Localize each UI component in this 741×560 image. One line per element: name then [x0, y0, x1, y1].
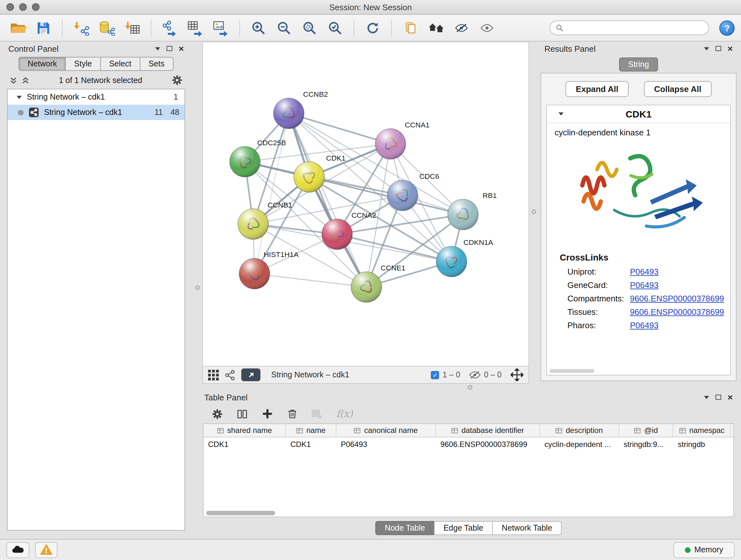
table-cell-3[interactable]: 9606.ENSP00000378699 — [436, 440, 540, 449]
show-columns-icon[interactable] — [237, 408, 248, 419]
gear-icon[interactable] — [172, 75, 183, 85]
panel-close-icon[interactable]: × — [728, 44, 733, 53]
panel-float-icon[interactable] — [166, 46, 172, 51]
table-row[interactable]: CDK1CDK1P064939606.ENSP00000378699cyclin… — [204, 437, 733, 451]
column-header-1[interactable]: name — [286, 424, 336, 437]
network-node-CDKN1A[interactable] — [436, 246, 467, 277]
collapse-all-icon[interactable] — [10, 76, 17, 84]
export-image-button[interactable] — [209, 16, 232, 39]
tab-sets[interactable]: Sets — [139, 57, 173, 71]
panel-menu-icon[interactable] — [155, 47, 160, 50]
zoom-fit-button[interactable] — [298, 16, 321, 39]
help-button[interactable]: ? — [719, 20, 735, 36]
panel-menu-icon[interactable] — [704, 395, 709, 399]
expand-all-button[interactable]: Expand All — [565, 81, 628, 97]
network-row-selected[interactable]: String Network – cdk1 11 48 — [8, 105, 185, 120]
table-cell-2[interactable]: P06493 — [336, 440, 436, 449]
bottom-splitter-handle[interactable] — [468, 385, 472, 389]
tab-string[interactable]: String — [619, 57, 658, 71]
add-column-icon[interactable] — [262, 408, 273, 420]
column-header-6[interactable]: namespac — [673, 424, 731, 437]
hide-glass-button[interactable] — [450, 16, 473, 39]
table-cell-1[interactable]: CDK1 — [286, 440, 336, 449]
panel-close-icon[interactable]: × — [179, 44, 184, 53]
network-node-RB1[interactable] — [448, 199, 478, 230]
save-session-button[interactable] — [32, 16, 55, 39]
tab-edge-table[interactable]: Edge Table — [434, 521, 493, 535]
export-network-button[interactable] — [158, 16, 181, 39]
memory-button[interactable]: Memory — [673, 542, 735, 558]
network-edge-CCNB2-CCNA1[interactable] — [289, 113, 391, 144]
network-node-CCNA1[interactable] — [375, 129, 406, 159]
zoom-out-button[interactable] — [273, 16, 295, 39]
table-horizontal-scrollbar[interactable] — [206, 511, 275, 515]
maximize-window-button[interactable] — [32, 3, 40, 11]
network-edge-CCNB2-HIST1H1A[interactable] — [254, 113, 289, 273]
share-view-icon[interactable] — [225, 369, 235, 380]
table-cell-0[interactable]: CDK1 — [204, 440, 286, 449]
column-header-5[interactable]: @id — [619, 424, 673, 437]
cloud-button[interactable] — [6, 542, 29, 558]
zoom-selected-button[interactable] — [324, 16, 347, 39]
panel-menu-icon[interactable] — [704, 47, 709, 50]
table-cell-4[interactable]: cyclin-dependent ... — [540, 440, 619, 449]
tab-network[interactable]: Network — [19, 57, 66, 71]
table-cell-5[interactable]: stringdb:9... — [619, 440, 673, 449]
column-header-3[interactable]: database identifier — [436, 424, 540, 437]
grid-view-icon[interactable] — [208, 369, 219, 380]
network-node-CCNB2[interactable] — [273, 98, 304, 129]
network-node-CDC6[interactable] — [387, 180, 418, 211]
network-canvas[interactable]: CCNB2CCNA1CDC25BCDK1CDC6RB1CCNB1CCNA2CDK… — [203, 42, 529, 366]
network-node-CDC25B[interactable] — [230, 146, 260, 177]
minimize-window-button[interactable] — [19, 3, 27, 11]
section-expander-icon[interactable] — [558, 112, 563, 116]
collapse-all-button[interactable]: Collapse All — [644, 81, 712, 97]
collection-expander-icon[interactable] — [17, 96, 22, 99]
warnings-button[interactable] — [35, 542, 57, 558]
network-node-CCNE1[interactable] — [351, 272, 382, 302]
zoom-in-button[interactable] — [247, 16, 270, 39]
detach-view-button[interactable] — [241, 368, 260, 381]
network-node-HIST1H1A[interactable] — [239, 258, 270, 289]
search-box[interactable] — [549, 20, 709, 35]
import-table-button[interactable] — [121, 16, 144, 39]
column-header-0[interactable]: shared name — [204, 424, 286, 437]
network-edge-CCNB2-CCNE1[interactable] — [289, 113, 366, 287]
function-builder-button[interactable]: f(x) — [336, 408, 353, 420]
export-table-button[interactable] — [184, 16, 207, 39]
left-splitter-handle[interactable] — [195, 286, 200, 290]
tab-node-table[interactable]: Node Table — [375, 521, 434, 535]
column-header-2[interactable]: canonical name — [336, 424, 436, 437]
crosslink-compartments[interactable]: 9606.ENSP00000378699 — [630, 294, 724, 303]
pan-crosshair-icon[interactable] — [511, 368, 523, 381]
import-network-file-button[interactable] — [70, 16, 92, 39]
crosslink-uniprot[interactable]: P06493 — [630, 267, 659, 276]
network-node-CCNA2[interactable] — [322, 219, 353, 250]
network-edge-HIST1H1A-CCNE1[interactable] — [254, 273, 366, 287]
tab-style[interactable]: Style — [65, 57, 101, 71]
tab-network-table[interactable]: Network Table — [492, 521, 562, 535]
open-session-button[interactable] — [6, 16, 29, 39]
gene-section-header[interactable]: CDK1 — [547, 105, 730, 123]
crosslink-tissues[interactable]: 9606.ENSP00000378699 — [630, 307, 724, 317]
string-home-button[interactable] — [424, 16, 448, 39]
panel-float-icon[interactable] — [716, 46, 721, 51]
network-node-CDK1[interactable] — [294, 162, 325, 192]
results-scrollbar[interactable] — [549, 369, 594, 373]
table-settings-gear-icon[interactable] — [212, 408, 223, 419]
crosslink-genecard[interactable]: P06493 — [630, 280, 659, 290]
tab-select[interactable]: Select — [100, 57, 140, 71]
expand-all-icon[interactable] — [22, 76, 29, 84]
network-node-CCNB1[interactable] — [238, 209, 269, 240]
network-collection-row[interactable]: String Network – cdk1 1 — [8, 89, 185, 105]
import-network-database-button[interactable] — [95, 16, 118, 39]
panel-close-icon[interactable]: × — [728, 393, 733, 401]
panel-float-icon[interactable] — [716, 395, 721, 400]
delete-column-icon[interactable] — [287, 409, 297, 419]
show-glass-button[interactable] — [475, 16, 498, 39]
right-splitter-handle[interactable] — [532, 209, 536, 214]
copy-document-button[interactable] — [399, 16, 422, 39]
update-network-button[interactable] — [361, 16, 384, 39]
selected-checkbox-icon[interactable]: ✓ — [431, 371, 440, 379]
table-cell-6[interactable]: stringdb — [673, 440, 731, 449]
